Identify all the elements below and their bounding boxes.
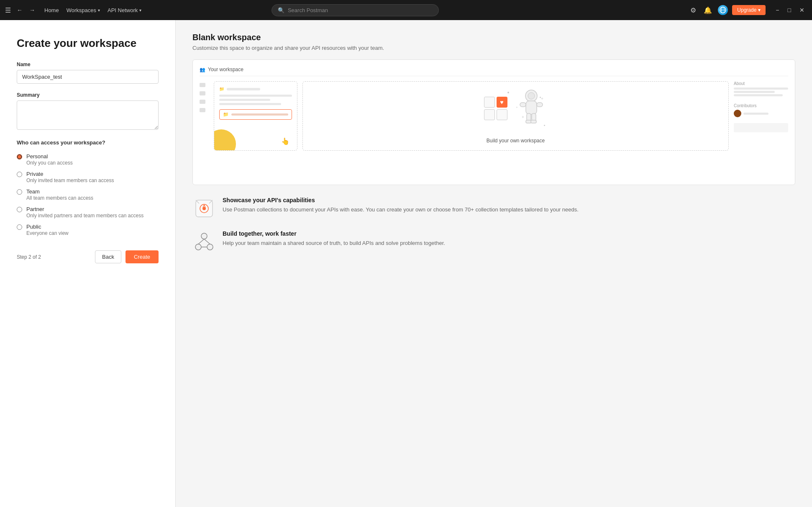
access-option-public[interactable]: Public Everyone can view (17, 221, 159, 239)
feature-showcase-title: Showcase your API's capabilities (223, 197, 795, 203)
user-avatar[interactable] (718, 5, 728, 15)
search-bar[interactable]: 🔍 Search Postman (272, 4, 439, 16)
feature-build-icon (192, 230, 216, 254)
svg-text:+: + (522, 115, 524, 119)
left-panel: Create your workspace Name Summary Who c… (0, 20, 176, 507)
step-text: Step 2 of 2 (17, 254, 41, 260)
access-team-desc: All team members can access (26, 195, 93, 201)
feature-showcase-desc: Use Postman collections to document your… (223, 206, 795, 214)
access-personal-label: Personal (26, 153, 73, 160)
name-form-group: Name (17, 62, 159, 84)
preview-about-column: About Contributors (734, 81, 788, 151)
preview-yellow-circle (214, 129, 236, 151)
settings-icon[interactable]: ⚙ (689, 5, 698, 16)
summary-form-group: Summary (17, 92, 159, 131)
nav-links: Home Workspaces ▾ API Network ▾ (41, 5, 145, 15)
name-input[interactable] (17, 70, 159, 84)
svg-line-25 (204, 239, 210, 244)
access-section: Who can access your workspace? Personal … (17, 139, 159, 239)
astronaut-illustration: ♥ (482, 88, 549, 134)
preview-sidebar-icon (200, 91, 205, 95)
svg-rect-7 (537, 103, 543, 107)
access-option-team[interactable]: Team All team members can access (17, 186, 159, 203)
access-personal-desc: Only you can access (26, 160, 73, 166)
nav-back-button[interactable]: ← (14, 5, 25, 15)
preview-people-icon: 👥 (200, 67, 205, 72)
preview-main-area: 📁 📁 👆 (200, 81, 788, 151)
feature-showcase-icon (192, 197, 216, 220)
workspaces-link[interactable]: Workspaces ▾ (63, 5, 103, 15)
api-network-link[interactable]: API Network ▾ (104, 5, 145, 15)
feature-showcase: Showcase your API's capabilities Use Pos… (192, 197, 795, 220)
titlebar-right: ⚙ 🔔 Upgrade ▾ − □ ✕ (689, 5, 807, 16)
cursor-icon: 👆 (281, 137, 289, 145)
access-private-label: Private (26, 171, 114, 177)
preview-highlighted-line (231, 113, 288, 116)
preview-header-line (227, 88, 260, 90)
svg-point-22 (195, 244, 201, 250)
minimize-button[interactable]: − (773, 6, 781, 14)
page-title: Create your workspace (17, 37, 159, 50)
summary-textarea[interactable] (17, 100, 159, 130)
nav-forward-button[interactable]: → (27, 5, 38, 15)
svg-point-18 (202, 207, 206, 210)
section-desc: Customize this space to organize and sha… (192, 45, 795, 51)
bell-icon[interactable]: 🔔 (702, 5, 714, 16)
hamburger-icon[interactable]: ☰ (5, 6, 11, 14)
svg-line-24 (198, 239, 204, 244)
access-partner-desc: Only invited partners and team members c… (26, 213, 143, 219)
step-footer: Step 2 of 2 Back Create (17, 250, 159, 263)
svg-rect-10 (526, 120, 531, 123)
access-partner-label: Partner (26, 206, 143, 212)
about-line-1 (734, 88, 788, 90)
preview-folder-orange-icon: 📁 (223, 112, 229, 117)
upgrade-button[interactable]: Upgrade ▾ (732, 5, 766, 15)
svg-point-23 (207, 244, 213, 250)
preview-box: 👥 Your workspace 📁 (192, 59, 795, 185)
access-option-private[interactable]: Private Only invited team members can ac… (17, 168, 159, 186)
name-label: Name (17, 62, 159, 67)
nav-buttons: ← → (14, 5, 38, 15)
create-button[interactable]: Create (126, 250, 159, 263)
about-line-3 (734, 94, 783, 96)
svg-rect-11 (531, 120, 536, 123)
about-section: About (734, 81, 788, 98)
contributor-avatar (734, 110, 741, 117)
access-private-desc: Only invited team members can access (26, 178, 114, 183)
access-label: Who can access your workspace? (17, 139, 159, 146)
feature-build-content: Build together, work faster Help your te… (223, 230, 795, 247)
preview-sidebar-icon (200, 83, 205, 87)
preview-left-column: 📁 📁 👆 (214, 81, 297, 151)
about-title: About (734, 81, 788, 86)
home-link[interactable]: Home (41, 5, 62, 15)
build-label: Build your own workspace (487, 138, 545, 144)
back-button[interactable]: Back (95, 250, 121, 263)
access-radio-public[interactable] (17, 224, 22, 230)
square-1 (484, 97, 495, 108)
access-radio-personal[interactable] (17, 154, 22, 160)
preview-workspace-label: Your workspace (208, 67, 243, 72)
access-option-personal[interactable]: Personal Only you can access (17, 151, 159, 168)
preview-footer-box (734, 123, 788, 132)
maximize-button[interactable]: □ (785, 6, 794, 14)
preview-sidebar (200, 81, 209, 151)
access-radio-partner[interactable] (17, 207, 22, 212)
feature-showcase-content: Showcase your API's capabilities Use Pos… (223, 197, 795, 214)
feature-build-desc: Help your team maintain a shared source … (223, 239, 795, 247)
access-radio-private[interactable] (17, 172, 22, 177)
preview-folder-header-icon: 📁 (219, 87, 224, 91)
contributor-row (734, 110, 788, 117)
svg-rect-6 (520, 103, 526, 107)
footer-buttons: Back Create (95, 250, 159, 263)
svg-rect-5 (526, 101, 537, 114)
preview-line-1 (219, 95, 292, 97)
upgrade-chevron-icon: ▾ (758, 7, 761, 13)
summary-label: Summary (17, 92, 159, 98)
about-line-2 (734, 91, 775, 93)
close-button[interactable]: ✕ (797, 6, 807, 14)
preview-center-column: ♥ (302, 81, 729, 151)
access-radio-team[interactable] (17, 189, 22, 195)
svg-text:+: + (541, 96, 543, 101)
contributors-title: Contributors (734, 103, 788, 108)
access-option-partner[interactable]: Partner Only invited partners and team m… (17, 203, 159, 221)
